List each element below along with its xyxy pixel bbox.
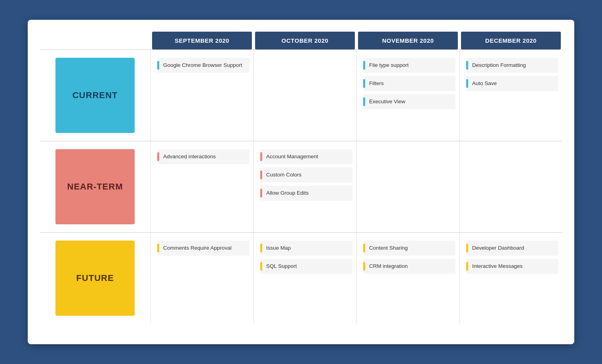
feature-bar-yellow	[466, 262, 468, 271]
feature-card: Developer Dashboard	[466, 241, 558, 256]
feature-card: File type support	[363, 58, 455, 73]
feature-bar-cyan	[466, 61, 468, 70]
feature-card: Advanced interactions	[157, 149, 250, 164]
feature-bar-yellow	[157, 244, 159, 252]
roadmap-board: SEPTEMBER 2020 OCTOBER 2020 NOVEMBER 202…	[28, 20, 574, 344]
feature-bar-salmon	[260, 171, 262, 179]
row-label-future: FUTURE	[40, 233, 150, 324]
feature-bar-cyan	[363, 97, 365, 106]
cell-nearterm-sep: Advanced interactions	[150, 141, 253, 232]
header-empty	[41, 32, 149, 49]
feature-card: Interactive Messages	[466, 259, 558, 274]
feature-bar-cyan	[363, 61, 365, 70]
feature-card: Google Chrome Browser Support	[157, 58, 250, 73]
feature-card: Filters	[363, 76, 455, 91]
cell-future-sep: Comments Require Approval	[150, 233, 253, 324]
feature-card: Executive View	[363, 94, 455, 109]
feature-bar-salmon	[157, 152, 159, 161]
feature-card: SQL Support	[260, 259, 352, 274]
nearterm-box: NEAR-TERM	[55, 149, 135, 224]
feature-card: Issue Map	[260, 241, 352, 256]
feature-bar-yellow	[466, 244, 468, 252]
cell-current-nov: File type support Filters Executive View	[356, 50, 459, 141]
cell-nearterm-dec	[459, 141, 562, 232]
feature-card: Custom Colors	[260, 167, 352, 182]
feature-bar-yellow	[363, 262, 365, 271]
cell-future-dec: Developer Dashboard Interactive Messages	[459, 233, 562, 324]
cell-nearterm-oct: Account Management Custom Colors Allow G…	[253, 141, 356, 232]
future-box: FUTURE	[55, 241, 135, 316]
header-oct2020: OCTOBER 2020	[255, 32, 355, 49]
feature-card: Auto Save	[466, 76, 558, 91]
feature-bar-yellow	[260, 262, 262, 271]
feature-bar-cyan	[157, 61, 159, 70]
cell-current-sep: Google Chrome Browser Support	[150, 50, 253, 141]
row-label-current: CURRENT	[40, 50, 150, 141]
roadmap-grid: SEPTEMBER 2020 OCTOBER 2020 NOVEMBER 202…	[40, 32, 562, 324]
feature-card: Comments Require Approval	[157, 241, 250, 256]
feature-card: Allow Group Edits	[260, 186, 352, 201]
row-label-nearterm: NEAR-TERM	[40, 141, 150, 232]
header-nov2020: NOVEMBER 2020	[358, 32, 458, 49]
feature-bar-salmon	[260, 189, 262, 197]
feature-bar-yellow	[363, 244, 365, 252]
cell-current-dec: Description Formatting Auto Save	[459, 50, 562, 141]
feature-bar-yellow	[260, 244, 262, 252]
feature-card: Description Formatting	[466, 58, 558, 73]
feature-card: Account Management	[260, 149, 352, 164]
header-dec2020: DECEMBER 2020	[461, 32, 561, 49]
header-sep2020: SEPTEMBER 2020	[152, 32, 252, 49]
current-box: CURRENT	[55, 58, 135, 133]
cell-current-oct	[253, 50, 356, 141]
cell-future-oct: Issue Map SQL Support	[253, 233, 356, 324]
feature-card: Content Sharing	[363, 241, 455, 256]
feature-bar-salmon	[260, 152, 262, 161]
cell-future-nov: Content Sharing CRM integration	[356, 233, 459, 324]
cell-nearterm-nov	[356, 141, 459, 232]
feature-bar-cyan	[363, 79, 365, 88]
feature-card: CRM integration	[363, 259, 455, 274]
feature-bar-cyan	[466, 79, 468, 88]
